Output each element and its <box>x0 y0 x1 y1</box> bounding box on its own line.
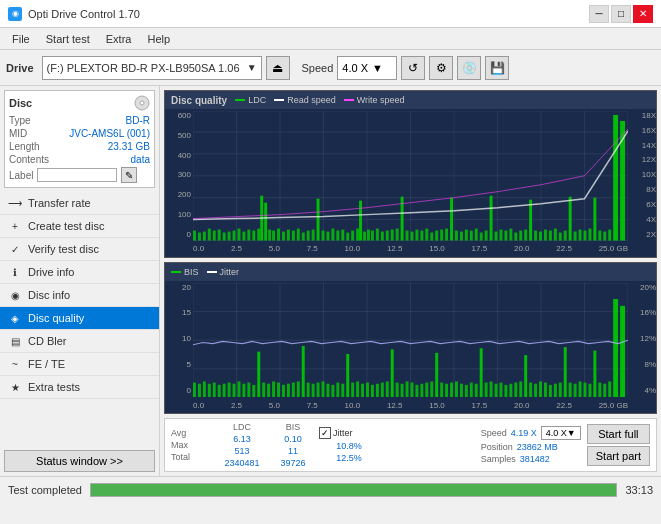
svg-rect-48 <box>322 231 325 241</box>
svg-rect-52 <box>341 230 344 241</box>
svg-rect-197 <box>539 381 542 397</box>
svg-rect-142 <box>267 383 270 397</box>
svg-rect-84 <box>495 232 498 241</box>
sidebar-item-drive-info[interactable]: ℹ Drive info <box>0 261 159 284</box>
maximize-button[interactable]: □ <box>611 5 631 23</box>
close-button[interactable]: ✕ <box>633 5 653 23</box>
progress-container <box>90 483 617 497</box>
avg-label: Avg <box>171 428 211 438</box>
legend-writespeed: Write speed <box>344 95 405 105</box>
drive-selector[interactable]: (F:) PLEXTOR BD-R PX-LB950SA 1.06 ▼ <box>42 56 262 80</box>
svg-rect-158 <box>346 354 349 397</box>
chart2-y-left: 20 15 10 5 0 <box>165 281 193 397</box>
svg-rect-148 <box>297 381 300 397</box>
disc-quality-chart: Disc quality LDC Read speed Write speed … <box>164 90 657 258</box>
eject-button[interactable]: ⏏ <box>266 56 290 80</box>
svg-rect-155 <box>331 384 334 397</box>
svg-rect-39 <box>277 229 280 241</box>
svg-rect-161 <box>361 383 364 397</box>
svg-rect-184 <box>475 383 478 397</box>
svg-rect-101 <box>579 230 582 241</box>
status-window-button[interactable]: Status window >> <box>4 450 155 472</box>
svg-rect-162 <box>366 382 369 397</box>
svg-rect-173 <box>420 383 423 397</box>
svg-rect-165 <box>381 382 384 397</box>
svg-rect-38 <box>272 231 275 241</box>
label-input[interactable] <box>37 168 117 182</box>
svg-rect-212 <box>613 299 618 397</box>
svg-rect-167 <box>391 349 394 397</box>
disc-contents-row: Contents data <box>9 154 150 165</box>
chart1-y-right: 18X 16X 14X 12X 10X 8X 6X 4X 2X <box>628 109 656 241</box>
legend-bis: BIS <box>171 267 199 277</box>
menubar: File Start test Extra Help <box>0 28 661 50</box>
svg-rect-147 <box>292 382 295 397</box>
svg-rect-57 <box>363 232 366 241</box>
svg-rect-25 <box>213 231 216 241</box>
speed-position-column: Speed 4.19 X 4.0 X▼ Position 23862 MB Sa… <box>481 426 581 464</box>
disc-length-row: Length 23.31 GB <box>9 141 150 152</box>
nav-label-extra-tests: Extra tests <box>28 381 80 393</box>
nav-label-transfer-rate: Transfer rate <box>28 197 91 209</box>
sidebar-item-transfer-rate[interactable]: ⟶ Transfer rate <box>0 192 159 215</box>
speed-selector[interactable]: 4.0 X ▼ <box>337 56 397 80</box>
label-edit-button[interactable]: ✎ <box>121 167 137 183</box>
svg-rect-86 <box>504 231 507 241</box>
svg-rect-72 <box>435 231 438 241</box>
position-label: Position <box>481 442 513 452</box>
svg-rect-200 <box>554 383 557 397</box>
svg-rect-63 <box>391 230 394 241</box>
chart1-area: 600 500 400 300 200 100 0 18X 16X 14X 12… <box>165 109 656 257</box>
menu-extra[interactable]: Extra <box>98 31 140 47</box>
disc-button[interactable]: 💿 <box>457 56 481 80</box>
svg-rect-58 <box>367 230 370 241</box>
menu-help[interactable]: Help <box>139 31 178 47</box>
sidebar-item-disc-quality[interactable]: ◈ Disc quality <box>0 307 159 330</box>
speed-select-mini[interactable]: 4.0 X▼ <box>541 426 581 440</box>
jitter-checkbox[interactable]: ✓ <box>319 427 331 439</box>
drive-dropdown-icon: ▼ <box>247 62 257 73</box>
app-title: Opti Drive Control 1.70 <box>28 8 140 20</box>
svg-rect-128 <box>198 383 201 397</box>
bis-header: BIS <box>273 422 313 432</box>
svg-rect-108 <box>613 115 618 241</box>
svg-rect-59 <box>371 231 374 241</box>
jitter-column: ✓ Jitter 10.8% 12.5% <box>319 427 379 463</box>
sidebar-item-disc-info[interactable]: ◉ Disc info <box>0 284 159 307</box>
sidebar-item-verify-test-disc[interactable]: ✓ Verify test disc <box>0 238 159 261</box>
svg-rect-183 <box>470 382 473 397</box>
svg-rect-137 <box>242 383 245 397</box>
sidebar-item-fe-te[interactable]: ~ FE / TE <box>0 353 159 376</box>
save-button[interactable]: 💾 <box>485 56 509 80</box>
sidebar-item-create-test-disc[interactable]: + Create test disc <box>0 215 159 238</box>
nav-label-verify-test-disc: Verify test disc <box>28 243 99 255</box>
settings-button[interactable]: ⚙ <box>429 56 453 80</box>
sidebar-item-extra-tests[interactable]: ★ Extra tests <box>0 376 159 399</box>
svg-rect-75 <box>450 198 453 241</box>
ldc-max: 513 <box>217 446 267 456</box>
chart1-title: Disc quality <box>171 95 227 106</box>
minimize-button[interactable]: ─ <box>589 5 609 23</box>
sidebar-item-cd-bler[interactable]: ▤ CD Bler <box>0 330 159 353</box>
svg-rect-210 <box>603 383 606 397</box>
menu-starttest[interactable]: Start test <box>38 31 98 47</box>
start-part-button[interactable]: Start part <box>587 446 650 466</box>
app-icon: ◉ <box>8 7 22 21</box>
start-full-button[interactable]: Start full <box>587 424 650 444</box>
bis-avg: 0.10 <box>273 434 313 444</box>
svg-rect-190 <box>504 384 507 397</box>
svg-rect-202 <box>564 347 567 397</box>
chart2-area: 20 15 10 5 0 20% 16% 12% 8% 4% <box>165 281 656 413</box>
toolbar: Drive (F:) PLEXTOR BD-R PX-LB950SA 1.06 … <box>0 50 661 86</box>
svg-rect-83 <box>490 196 493 241</box>
svg-rect-97 <box>559 233 562 241</box>
ldc-total: 2340481 <box>217 458 267 468</box>
refresh-button[interactable]: ↺ <box>401 56 425 80</box>
nav-label-create-test-disc: Create test disc <box>28 220 104 232</box>
jitter-checkbox-row[interactable]: ✓ Jitter <box>319 427 379 439</box>
svg-rect-80 <box>475 229 478 241</box>
svg-rect-151 <box>312 383 315 397</box>
menu-file[interactable]: File <box>4 31 38 47</box>
verify-test-disc-icon: ✓ <box>8 242 22 256</box>
nav-label-drive-info: Drive info <box>28 266 74 278</box>
